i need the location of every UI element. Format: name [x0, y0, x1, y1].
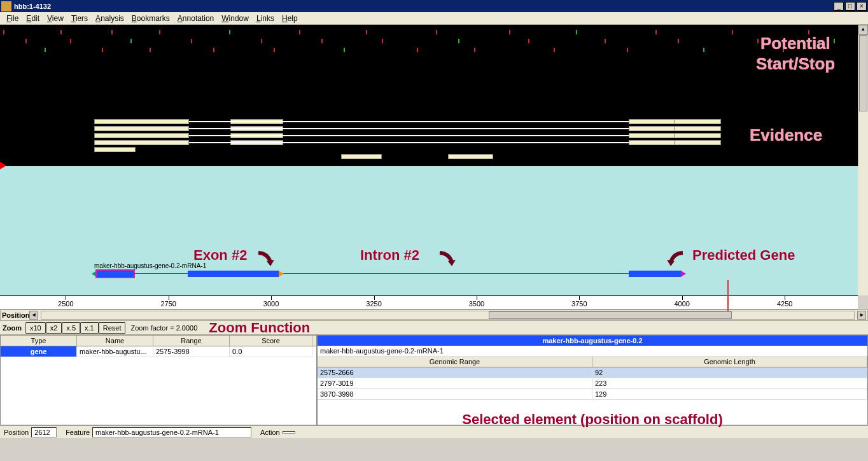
exon[interactable]	[97, 271, 134, 277]
evidence-block[interactable]	[94, 126, 188, 131]
titlebar: hbb:1-4132 _ □ ×	[0, 0, 868, 12]
evidence-block[interactable]	[94, 140, 188, 145]
codon-tick	[436, 30, 437, 34]
start-triangle-icon	[92, 271, 97, 277]
menu-bookmarks[interactable]: Bookmarks	[128, 13, 174, 24]
intron[interactable]	[279, 273, 628, 274]
col-type[interactable]: Type	[1, 336, 77, 346]
codon-tick	[366, 30, 367, 34]
gene-model[interactable]: maker-hbb-augustus-gene-0.2-mRNA-1	[0, 269, 858, 278]
table-row[interactable]: 2797-3019223	[318, 378, 867, 389]
menu-view[interactable]: View	[43, 13, 67, 24]
codon-tick	[261, 39, 262, 43]
codon-tick	[509, 30, 510, 34]
codon-tick	[111, 30, 113, 34]
codon-tick	[576, 30, 577, 34]
cell: 92	[592, 367, 867, 378]
position-slider[interactable]	[41, 311, 855, 320]
annotation-intron2: Intron #2	[360, 247, 419, 264]
codon-tick	[102, 48, 103, 52]
evidence-block[interactable]	[674, 119, 721, 124]
col-score[interactable]: Score	[230, 336, 312, 346]
details-panel: TypeNameRangeScore genemaker-hbb-augustu…	[0, 335, 868, 425]
zoom-x2-button[interactable]: x2	[46, 322, 62, 334]
intron[interactable]	[134, 273, 188, 274]
codon-tick	[808, 30, 809, 34]
codon-tick	[299, 30, 300, 34]
zoom-x-5-button[interactable]: x.5	[62, 322, 80, 334]
evidence-block[interactable]	[448, 154, 493, 159]
feature-table: TypeNameRangeScore genemaker-hbb-augustu…	[1, 336, 318, 425]
codon-tick	[25, 39, 27, 43]
menu-file[interactable]: File	[3, 13, 22, 24]
menu-help[interactable]: Help	[278, 13, 302, 24]
annotation-zoom-function: Zoom Function	[209, 320, 310, 336]
window-title: hbb:1-4132	[14, 3, 834, 10]
position-marker	[727, 280, 729, 315]
codon-tick	[60, 30, 62, 34]
ruler-label: 4000	[674, 300, 689, 308]
scroll-up-button[interactable]: ▴	[858, 25, 868, 35]
codon-tick	[605, 39, 606, 43]
evidence-block[interactable]	[94, 133, 188, 138]
evidence-row[interactable]	[0, 119, 858, 126]
evidence-block[interactable]	[629, 126, 680, 131]
annotation-predicted-gene: Predicted Gene	[692, 247, 795, 264]
scroll-left-button[interactable]: ◂	[29, 311, 38, 320]
ruler-label: 3750	[571, 300, 587, 308]
ruler-label: 3250	[366, 300, 381, 308]
position-thumb[interactable]	[489, 311, 732, 319]
codon-tick	[732, 30, 733, 34]
exon[interactable]	[629, 271, 682, 277]
codon-tick	[45, 48, 46, 52]
col-genomic-length[interactable]: Genomic Length	[592, 357, 867, 367]
codon-tick	[274, 48, 275, 52]
evidence-row[interactable]	[0, 126, 858, 133]
menu-tiers[interactable]: Tiers	[67, 13, 92, 24]
java-icon	[1, 1, 11, 11]
evidence-row[interactable]	[0, 140, 858, 147]
cell: 2797-3019	[318, 378, 592, 389]
track-panel	[0, 25, 868, 166]
codon-tick	[783, 48, 784, 52]
evidence-block[interactable]	[674, 140, 721, 145]
table-row[interactable]: 2575-266692	[318, 367, 867, 378]
col-genomic-range[interactable]: Genomic Range	[318, 357, 592, 367]
evidence-block[interactable]	[94, 119, 188, 124]
col-range[interactable]: Range	[153, 336, 230, 346]
table-row[interactable]: genemaker-hbb-augustu...2575-39980.0	[1, 346, 316, 357]
evidence-block[interactable]	[629, 133, 680, 138]
evidence-block[interactable]	[629, 119, 680, 124]
gene-model-panel: maker-hbb-augustus-gene-0.2-mRNA-1 Exon …	[0, 166, 868, 295]
menu-annotation[interactable]: Annotation	[174, 13, 218, 24]
scroll-right-button[interactable]: ▸	[857, 311, 866, 320]
menu-analysis[interactable]: Analysis	[92, 13, 128, 24]
evidence-block[interactable]	[629, 140, 680, 145]
evidence-block[interactable]	[674, 133, 721, 138]
evidence-row[interactable]	[0, 133, 858, 140]
table-row[interactable]: 3870-3998129	[318, 389, 867, 400]
zoom-bar: Zoom x10x2x.5x.1Reset Zoom factor = 2.00…	[0, 321, 868, 335]
exon[interactable]	[188, 271, 279, 277]
codon-tick	[229, 30, 230, 34]
close-button[interactable]: ×	[857, 2, 867, 11]
cell: 223	[592, 378, 867, 389]
scroll-thumb[interactable]	[859, 35, 867, 111]
codon-tick	[382, 39, 383, 43]
gene-title: maker-hbb-augustus-gene-0.2	[318, 336, 867, 346]
coordinate-ruler: 25002750300032503500375040004250	[0, 295, 858, 309]
codon-tick	[3, 30, 4, 34]
maximize-button[interactable]: □	[845, 2, 855, 11]
menu-window[interactable]: Window	[218, 13, 253, 24]
menu-edit[interactable]: Edit	[22, 13, 43, 24]
evidence-block[interactable]	[674, 126, 721, 131]
evidence-row[interactable]	[0, 147, 858, 154]
zoom-Reset-button[interactable]: Reset	[99, 322, 126, 334]
zoom-x10-button[interactable]: x10	[25, 322, 46, 334]
evidence-block[interactable]	[94, 147, 136, 152]
zoom-x-1-button[interactable]: x.1	[80, 322, 99, 334]
menu-links[interactable]: Links	[253, 13, 278, 24]
minimize-button[interactable]: _	[834, 2, 844, 11]
evidence-block[interactable]	[341, 154, 382, 159]
col-name[interactable]: Name	[77, 336, 153, 346]
